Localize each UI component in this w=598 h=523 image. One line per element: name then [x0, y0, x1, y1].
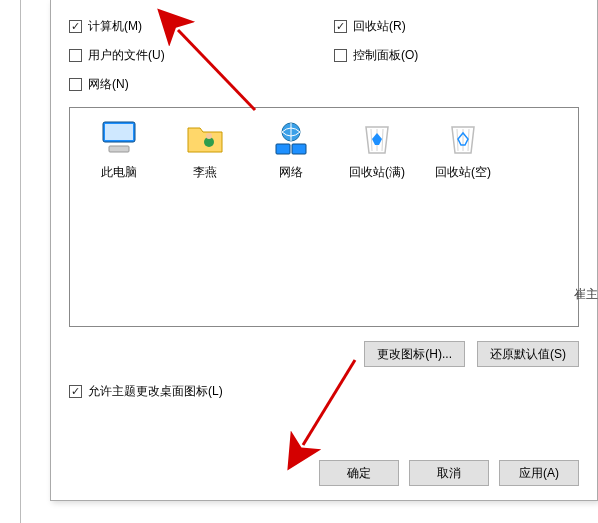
- checkbox-label: 允许主题更改桌面图标(L): [88, 383, 223, 400]
- icon-label: 回收站(满): [349, 164, 405, 181]
- checkbox-label: 回收站(R): [353, 18, 406, 35]
- cancel-button[interactable]: 取消: [409, 460, 489, 486]
- icon-label: 网络: [279, 164, 303, 181]
- checkbox-box: [69, 49, 82, 62]
- checkbox-control-panel[interactable]: 控制面板(O): [334, 47, 579, 64]
- checkbox-box: ✓: [69, 385, 82, 398]
- checkbox-box: [334, 49, 347, 62]
- checkbox-computer[interactable]: ✓ 计算机(M): [69, 18, 314, 35]
- checkbox-label: 用户的文件(U): [88, 47, 165, 64]
- apply-button[interactable]: 应用(A): [499, 460, 579, 486]
- recycle-bin-full-icon: [357, 118, 397, 158]
- icon-item-network[interactable]: 网络: [248, 118, 334, 181]
- network-icon: [271, 118, 311, 158]
- icon-label: 此电脑: [101, 164, 137, 181]
- checkbox-label: 网络(N): [88, 76, 129, 93]
- checkbox-recycle-bin[interactable]: ✓ 回收站(R): [334, 18, 579, 35]
- icon-label: 李燕: [193, 164, 217, 181]
- icon-item-recyclebin-empty[interactable]: 回收站(空): [420, 118, 506, 181]
- ok-button[interactable]: 确定: [319, 460, 399, 486]
- icon-preview-panel: 此电脑 李燕: [69, 107, 579, 327]
- recycle-bin-empty-icon: [443, 118, 483, 158]
- checkbox-allow-theme[interactable]: ✓ 允许主题更改桌面图标(L): [69, 383, 579, 400]
- restore-defaults-button[interactable]: 还原默认值(S): [477, 341, 579, 367]
- svg-rect-2: [109, 146, 129, 152]
- checkbox-box: ✓: [69, 20, 82, 33]
- svg-rect-1: [105, 124, 133, 140]
- svg-point-4: [206, 133, 212, 139]
- desktop-icon-settings-dialog: ✓ 计算机(M) ✓ 回收站(R) 用户的文件(U) 控制面板(O) 网络(N): [50, 0, 598, 501]
- svg-rect-7: [292, 144, 306, 154]
- icon-item-user[interactable]: 李燕: [162, 118, 248, 181]
- checkbox-user-files[interactable]: 用户的文件(U): [69, 47, 314, 64]
- dialog-button-row: 确定 取消 应用(A): [319, 460, 579, 486]
- pc-icon: [99, 118, 139, 158]
- change-icon-button[interactable]: 更改图标(H)...: [364, 341, 465, 367]
- desktop-icons-checkbox-group: ✓ 计算机(M) ✓ 回收站(R) 用户的文件(U) 控制面板(O) 网络(N): [69, 14, 579, 93]
- svg-rect-6: [276, 144, 290, 154]
- icon-label: 回收站(空): [435, 164, 491, 181]
- icon-item-this-pc[interactable]: 此电脑: [76, 118, 162, 181]
- checkbox-network[interactable]: 网络(N): [69, 76, 314, 93]
- checkbox-box: [69, 78, 82, 91]
- checkbox-box: ✓: [334, 20, 347, 33]
- checkbox-label: 控制面板(O): [353, 47, 418, 64]
- icon-item-recyclebin-full[interactable]: 回收站(满): [334, 118, 420, 181]
- background-text-fragment: 崔主: [574, 286, 598, 303]
- user-folder-icon: [185, 118, 225, 158]
- icon-action-buttons: 更改图标(H)... 还原默认值(S): [69, 341, 579, 367]
- checkbox-label: 计算机(M): [88, 18, 142, 35]
